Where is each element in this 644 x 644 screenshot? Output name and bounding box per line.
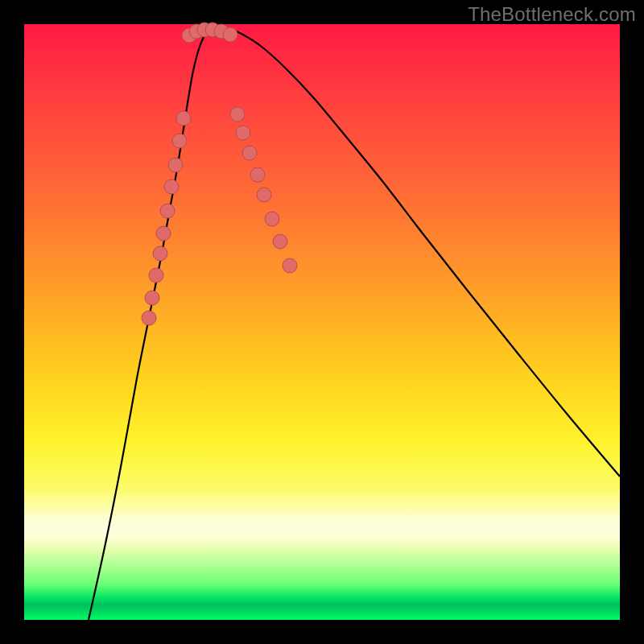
data-dot [223, 27, 237, 42]
data-dot [176, 111, 191, 126]
data-dot [230, 107, 245, 122]
data-dot [160, 204, 175, 218]
data-dot [149, 268, 163, 283]
data-dot [250, 167, 265, 182]
data-dot [153, 246, 167, 261]
curve-svg [24, 24, 620, 620]
data-dots [142, 23, 297, 325]
watermark-text: TheBottleneck.com [468, 3, 636, 26]
data-dot [156, 226, 171, 241]
data-dot [145, 291, 159, 305]
data-dot [273, 234, 287, 249]
data-dot [283, 258, 297, 273]
data-dot [257, 188, 271, 202]
data-dot [164, 180, 179, 194]
data-dot [265, 212, 279, 226]
chart-frame: TheBottleneck.com [0, 0, 644, 644]
data-dot [236, 126, 250, 140]
plot-area [24, 24, 620, 620]
v-curve-path [89, 27, 620, 620]
data-dot [142, 311, 156, 325]
data-dot [172, 134, 187, 148]
data-dot [242, 146, 257, 160]
data-dot [168, 158, 183, 172]
